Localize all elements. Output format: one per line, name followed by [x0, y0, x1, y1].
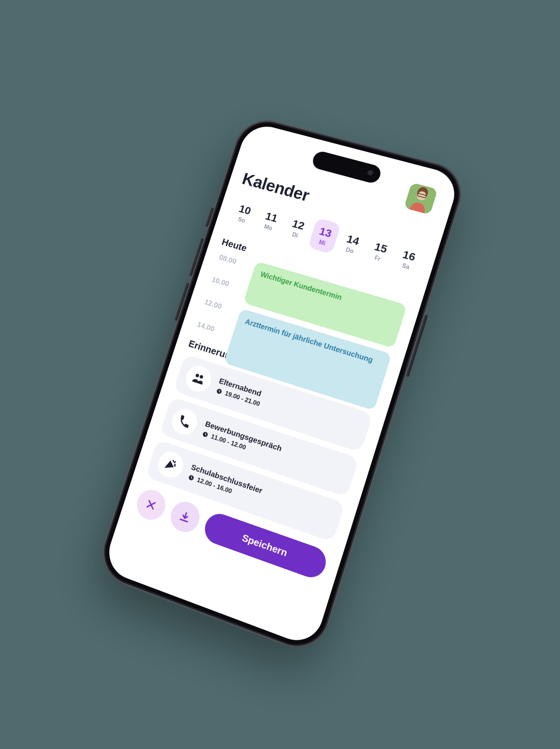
avatar-image	[404, 183, 438, 215]
reminder-text: Bewerbungsgespräch11.00 - 12.00	[201, 419, 283, 463]
day-number: 11	[264, 210, 279, 225]
dynamic-island	[311, 150, 383, 185]
close-button[interactable]	[133, 486, 169, 524]
day-mi[interactable]: 13Mi	[308, 218, 341, 254]
day-fr[interactable]: 15Fr	[363, 233, 397, 270]
phone-icon	[176, 413, 193, 430]
day-so[interactable]: 10So	[227, 195, 260, 231]
download-button[interactable]	[167, 498, 203, 536]
day-do[interactable]: 14Do	[335, 225, 369, 262]
avatar[interactable]	[404, 183, 438, 215]
timeline: 08.0010.0012.0014.00 Wichtiger Kundenter…	[194, 252, 406, 386]
hw-mute-switch	[205, 208, 214, 227]
day-number: 10	[238, 202, 252, 217]
screen: Kalender 10So11Mo12Di13Mi14Do15Fr16Sa He…	[103, 121, 461, 648]
day-di[interactable]: 12Di	[281, 210, 314, 247]
day-abbr: Mi	[318, 239, 326, 247]
day-number: 15	[373, 240, 389, 256]
clock-icon	[187, 473, 195, 482]
day-abbr: Sa	[401, 262, 410, 271]
day-number: 13	[318, 225, 334, 240]
day-abbr: So	[237, 216, 246, 224]
day-abbr: Fr	[374, 255, 381, 263]
party-icon	[162, 456, 179, 473]
clock-icon	[215, 387, 223, 395]
reminder-text: Schulabschlussfeier12.00 - 16.00	[187, 463, 264, 505]
day-mo[interactable]: 11Mo	[254, 202, 287, 239]
day-abbr: Do	[345, 247, 355, 255]
day-number: 16	[401, 248, 417, 264]
close-icon	[144, 498, 158, 512]
clock-icon	[201, 430, 209, 439]
reminder-text: Elternabend19.00 - 21.00	[215, 376, 264, 408]
day-abbr: Di	[291, 231, 299, 239]
front-camera	[366, 169, 376, 178]
day-number: 14	[345, 233, 361, 248]
day-number: 12	[291, 217, 306, 232]
day-sa[interactable]: 16Sa	[391, 241, 425, 278]
reminder-icon-wrap	[169, 405, 201, 438]
phone-frame: Kalender 10So11Mo12Di13Mi14Do15Fr16Sa He…	[94, 113, 470, 657]
day-abbr: Mo	[263, 223, 273, 232]
people-icon	[190, 371, 206, 387]
reminder-icon-wrap	[183, 363, 215, 395]
download-icon	[178, 510, 192, 524]
reminder-icon-wrap	[155, 448, 186, 481]
